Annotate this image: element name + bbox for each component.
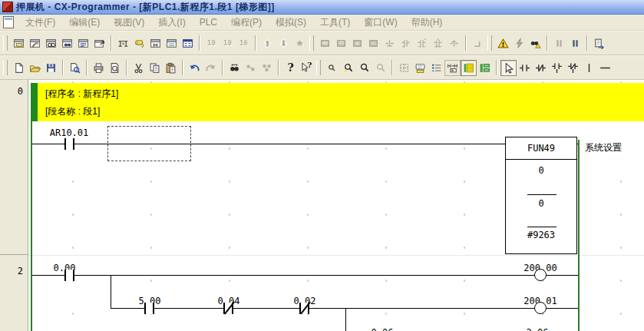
contact-5-00[interactable] bbox=[144, 303, 154, 314]
contact-0-02-closed[interactable] bbox=[299, 303, 309, 314]
pulse-down-button bbox=[430, 35, 446, 51]
context-help-button[interactable]: ? bbox=[299, 60, 315, 76]
toolbar-grip[interactable] bbox=[316, 60, 321, 75]
toolbar-grip[interactable] bbox=[309, 35, 314, 51]
window-title: 押展机 - CX-Programmer - [新PLC1.新程序1.段1 [梯形… bbox=[16, 1, 275, 14]
upload-button bbox=[259, 35, 276, 51]
new-button[interactable] bbox=[11, 60, 27, 76]
pulse-up-button bbox=[414, 35, 430, 51]
new-or-closed-contact-button[interactable] bbox=[565, 60, 581, 76]
menu-file[interactable]: 文件(F) bbox=[18, 15, 62, 31]
menu-plc[interactable]: PLC bbox=[193, 15, 224, 29]
hex-monitor-button[interactable] bbox=[444, 60, 461, 76]
pause-button[interactable] bbox=[567, 35, 583, 51]
toolbar-grip[interactable] bbox=[487, 35, 492, 51]
io-comment-view-button[interactable] bbox=[147, 35, 163, 51]
ladder-diagram-view[interactable]: 0 2 [程序名 : 新程序1] [段名称 : 段1] AR10.01 FUN4… bbox=[0, 80, 644, 331]
zoom-100-button[interactable] bbox=[324, 60, 340, 76]
toolbar-separator bbox=[391, 60, 393, 75]
rung0-wire bbox=[31, 144, 505, 144]
function-block-operand-2[interactable]: 0 bbox=[506, 198, 576, 209]
function-block-divider bbox=[527, 227, 556, 227]
toolbar-separator bbox=[496, 60, 497, 75]
mode-monitor-button bbox=[349, 35, 365, 51]
local-symbols-button[interactable] bbox=[75, 35, 91, 51]
app-icon bbox=[2, 2, 13, 12]
zoom-fit-button bbox=[372, 60, 388, 76]
program-check-button[interactable] bbox=[527, 35, 543, 51]
rung2-branch2-drop bbox=[345, 308, 346, 331]
toolbar-grip[interactable] bbox=[3, 60, 8, 75]
menu-insert[interactable]: 插入(I) bbox=[151, 15, 192, 31]
compile-button[interactable] bbox=[495, 35, 511, 51]
ladder-view-button[interactable] bbox=[115, 35, 131, 51]
radix-signed-decimal-button: 10 bbox=[220, 35, 236, 51]
print-preview-button[interactable] bbox=[107, 60, 123, 76]
menu-edit[interactable]: 编辑(E) bbox=[62, 15, 107, 31]
new-vertical-button[interactable] bbox=[581, 60, 597, 76]
new-horizontal-button[interactable] bbox=[597, 60, 613, 76]
toolbar-separator bbox=[278, 60, 279, 75]
coil-200-00[interactable] bbox=[534, 269, 547, 281]
menu-help[interactable]: 帮助(H) bbox=[405, 15, 450, 31]
transfer-program-button[interactable] bbox=[591, 35, 607, 51]
menu-program[interactable]: 编程(P) bbox=[224, 15, 269, 31]
contact-0-04-closed[interactable] bbox=[223, 303, 233, 314]
grid-toggle-button[interactable] bbox=[396, 60, 412, 76]
new-contact-button[interactable] bbox=[517, 60, 533, 76]
cross-reference-button[interactable] bbox=[59, 35, 75, 51]
online-work-button[interactable] bbox=[511, 35, 527, 51]
save-button[interactable] bbox=[43, 60, 59, 76]
toolbar-separator bbox=[86, 60, 88, 75]
menu-simulate[interactable]: 模拟(S) bbox=[269, 15, 313, 31]
copy-button[interactable] bbox=[147, 60, 163, 76]
toolbar-grip[interactable] bbox=[3, 35, 8, 51]
function-block-operand-1[interactable]: 0 bbox=[506, 165, 576, 176]
function-block-operand-3[interactable]: #9263 bbox=[506, 230, 576, 240]
help-button[interactable]: ? bbox=[282, 60, 299, 76]
undo-button[interactable] bbox=[187, 60, 203, 76]
paste-button[interactable] bbox=[163, 60, 179, 76]
function-block-name: FUN49 bbox=[506, 137, 576, 160]
watch-window-button[interactable] bbox=[43, 35, 59, 51]
differential-up-button bbox=[381, 35, 398, 51]
open-button[interactable] bbox=[27, 60, 43, 76]
toolbar-separator bbox=[465, 35, 467, 51]
zoom-in-button[interactable] bbox=[340, 60, 356, 76]
comment-list-button[interactable] bbox=[428, 60, 444, 76]
find-report-button[interactable] bbox=[67, 60, 83, 76]
rung-highlight-button[interactable] bbox=[461, 60, 477, 76]
monitor-window-button[interactable] bbox=[163, 35, 180, 51]
select-tool-button[interactable] bbox=[500, 60, 517, 76]
rung-comment-button[interactable] bbox=[412, 60, 428, 76]
print-button[interactable] bbox=[91, 60, 107, 76]
coil-200-01[interactable] bbox=[534, 302, 547, 314]
rung0-contact-address: AR10.01 bbox=[38, 127, 100, 138]
rung2-wire-top bbox=[31, 275, 578, 276]
contact-ar10-01[interactable] bbox=[64, 138, 74, 150]
menu-window[interactable]: 窗口(W) bbox=[357, 15, 404, 31]
output-window-button[interactable] bbox=[27, 35, 43, 51]
toolbar-separator bbox=[222, 60, 223, 75]
rung-number-0: 0 bbox=[18, 86, 23, 97]
mnemonics-view-button[interactable] bbox=[131, 35, 147, 51]
replace-all-button bbox=[259, 60, 275, 76]
binary-monitor-button[interactable] bbox=[180, 35, 196, 51]
new-or-contact-button[interactable] bbox=[549, 60, 565, 76]
new-closed-contact-button[interactable] bbox=[533, 60, 549, 76]
differential-down-button bbox=[398, 35, 414, 51]
symbol-bar-button[interactable] bbox=[477, 60, 493, 76]
selection-marquee[interactable] bbox=[107, 126, 191, 161]
toolbar-separator bbox=[111, 35, 112, 51]
project-workspace-button[interactable] bbox=[11, 35, 27, 51]
rung-comment-banner[interactable]: [程序名 : 新程序1] [段名称 : 段1] bbox=[38, 83, 644, 121]
function-block-fun49[interactable]: FUN49 0 0 #9263 bbox=[505, 137, 577, 254]
zoom-out-button[interactable] bbox=[356, 60, 372, 76]
contact-0-00[interactable] bbox=[64, 270, 74, 281]
cut-button[interactable] bbox=[130, 60, 147, 76]
menu-tools[interactable]: 工具(T) bbox=[313, 15, 357, 31]
find-button[interactable] bbox=[226, 60, 243, 76]
rung2-wire-branch bbox=[111, 308, 578, 309]
menu-view[interactable]: 视图(V) bbox=[107, 15, 151, 31]
properties-button[interactable] bbox=[91, 35, 107, 51]
